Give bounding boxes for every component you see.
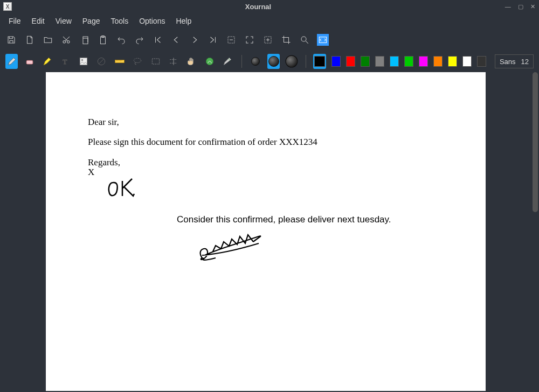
last-page-icon[interactable]	[207, 34, 219, 46]
tools-toolbar: T Sans 12	[0, 51, 539, 72]
prev-page-icon[interactable]	[170, 34, 182, 46]
redo-icon[interactable]	[134, 34, 146, 46]
handwriting-ok	[105, 174, 143, 201]
title-bar: X Xournal — ▢ ✕	[0, 0, 539, 13]
doc-line-2: Please sign this document for confirmati…	[88, 137, 317, 148]
color-orange[interactable]	[433, 56, 443, 67]
paste-icon[interactable]	[97, 34, 109, 46]
menu-tools[interactable]: Tools	[105, 15, 134, 27]
scrollbar-thumb[interactable]	[533, 72, 538, 212]
signature-scribble	[194, 228, 280, 271]
close-button[interactable]: ✕	[530, 3, 535, 10]
main-toolbar	[0, 29, 539, 51]
shape-tool[interactable]	[95, 54, 108, 69]
color-yellow[interactable]	[448, 56, 457, 67]
svg-rect-16	[152, 59, 159, 64]
minimize-button[interactable]: —	[505, 3, 511, 10]
vert-space-tool[interactable]	[167, 54, 179, 69]
ruler-tool[interactable]	[113, 54, 126, 69]
svg-text:T: T	[63, 58, 67, 66]
font-size: 12	[521, 58, 529, 66]
svg-point-12	[81, 59, 83, 61]
shape-recognizer-tool[interactable]	[203, 54, 216, 69]
pen-tool[interactable]	[5, 54, 18, 69]
menu-page[interactable]: Page	[77, 15, 106, 27]
doc-line-1: Dear sir,	[88, 117, 119, 128]
menu-help[interactable]: Help	[170, 15, 197, 27]
color-white[interactable]	[462, 56, 472, 67]
color-black[interactable]	[313, 54, 326, 69]
copy-icon[interactable]	[79, 34, 91, 46]
annotation-text: Consider this confirmed, please deliver …	[177, 214, 391, 225]
canvas-area: Dear sir, Please sign this document for …	[0, 72, 539, 391]
zoom-fit-icon[interactable]	[244, 34, 255, 46]
eraser-tool[interactable]	[23, 54, 36, 69]
cut-icon[interactable]	[60, 34, 72, 46]
pen-size-fine[interactable]	[250, 54, 262, 69]
undo-icon[interactable]	[115, 34, 127, 46]
open-icon[interactable]	[42, 34, 54, 46]
vertical-scrollbar[interactable]	[531, 72, 539, 391]
save-icon[interactable]	[5, 34, 17, 46]
svg-point-15	[134, 58, 141, 62]
app-icon: X	[3, 2, 12, 11]
stroke-recognizer-tool[interactable]	[221, 54, 233, 69]
svg-rect-11	[80, 58, 87, 65]
font-name: Sans	[500, 58, 516, 66]
next-page-icon[interactable]	[189, 34, 201, 46]
pen-size-medium[interactable]	[267, 54, 280, 69]
menu-edit[interactable]: Edit	[26, 15, 50, 27]
color-magenta[interactable]	[419, 56, 428, 67]
image-tool[interactable]	[77, 54, 89, 69]
color-gray[interactable]	[375, 56, 384, 67]
hand-tool[interactable]	[185, 54, 198, 69]
menu-options[interactable]: Options	[134, 15, 170, 27]
svg-rect-3	[101, 37, 106, 44]
highlighter-tool[interactable]	[42, 54, 54, 69]
crop-icon[interactable]	[280, 34, 292, 46]
maximize-button[interactable]: ▢	[518, 3, 523, 10]
rect-select-tool[interactable]	[149, 54, 162, 69]
svg-rect-9	[26, 60, 33, 64]
first-page-icon[interactable]	[152, 34, 164, 46]
search-icon[interactable]	[299, 34, 310, 46]
svg-point-7	[301, 37, 306, 41]
pen-size-thick[interactable]	[285, 54, 298, 69]
window-title: Xournal	[15, 3, 501, 11]
new-doc-icon[interactable]	[24, 34, 36, 46]
color-dark[interactable]	[477, 56, 486, 67]
document-page[interactable]: Dear sir, Please sign this document for …	[46, 72, 486, 391]
doc-line-3: Regards,	[88, 157, 120, 168]
menu-bar: File Edit View Page Tools Options Help	[0, 13, 539, 29]
text-tool[interactable]: T	[59, 54, 72, 69]
fullscreen-icon[interactable]	[317, 34, 329, 46]
zoom-in-icon[interactable]	[262, 34, 274, 46]
color-blue[interactable]	[331, 56, 341, 67]
color-green[interactable]	[361, 56, 370, 67]
font-selector[interactable]: Sans 12	[495, 54, 534, 68]
zoom-out-icon[interactable]	[225, 34, 237, 46]
color-cyan[interactable]	[390, 56, 399, 67]
menu-view[interactable]: View	[50, 15, 77, 27]
color-red[interactable]	[346, 56, 355, 67]
color-lime[interactable]	[404, 56, 413, 67]
lasso-tool[interactable]	[132, 54, 144, 69]
menu-file[interactable]: File	[3, 15, 26, 27]
doc-line-4: X	[88, 167, 94, 178]
svg-rect-2	[83, 38, 88, 44]
